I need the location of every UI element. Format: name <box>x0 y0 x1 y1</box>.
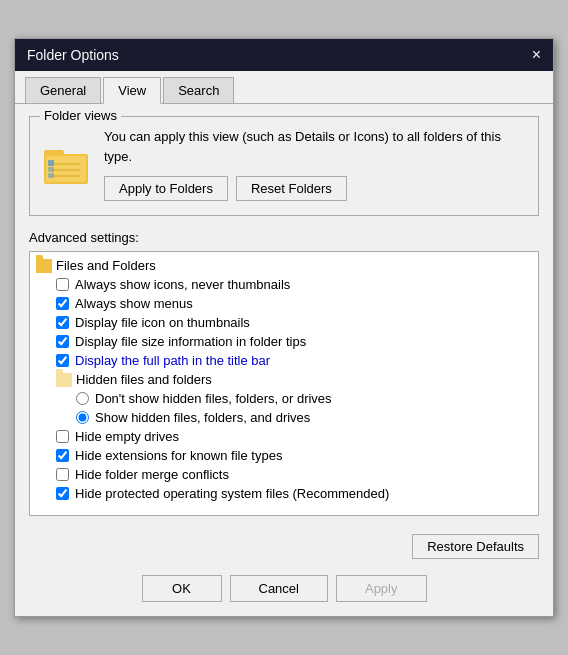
settings-box: Files and Folders Always show icons, nev… <box>29 251 539 516</box>
list-item: Display file size information in folder … <box>30 332 538 351</box>
list-item: Don't show hidden files, folders, or dri… <box>30 389 538 408</box>
files-and-folders-category: Files and Folders <box>30 256 538 275</box>
show-hidden-radio[interactable] <box>76 411 89 424</box>
hidden-files-category-item: Hidden files and folders <box>30 370 538 389</box>
list-item: Hide extensions for known file types <box>30 446 538 465</box>
list-item: Display the full path in the title bar <box>30 351 538 370</box>
folder-views-description: You can apply this view (such as Details… <box>104 127 526 166</box>
full-path-title-label: Display the full path in the title bar <box>75 353 270 368</box>
folder-views-content: You can apply this view (such as Details… <box>42 127 526 201</box>
hide-extensions-checkbox[interactable] <box>56 449 69 462</box>
hide-empty-drives-checkbox[interactable] <box>56 430 69 443</box>
hide-folder-merge-label: Hide folder merge conflicts <box>75 467 229 482</box>
folder-views-group: Folder views <box>29 116 539 216</box>
hide-extensions-label: Hide extensions for known file types <box>75 448 282 463</box>
tab-view[interactable]: View <box>103 77 161 104</box>
tab-bar: General View Search <box>15 71 553 104</box>
ok-button[interactable]: OK <box>142 575 222 602</box>
footer-buttons: OK Cancel Apply <box>15 565 553 616</box>
dont-show-hidden-radio[interactable] <box>76 392 89 405</box>
show-hidden-label: Show hidden files, folders, and drives <box>95 410 310 425</box>
file-size-tips-label: Display file size information in folder … <box>75 334 306 349</box>
tab-search[interactable]: Search <box>163 77 234 103</box>
tab-general[interactable]: General <box>25 77 101 103</box>
always-icons-checkbox[interactable] <box>56 278 69 291</box>
list-item: Show hidden files, folders, and drives <box>30 408 538 427</box>
bottom-section: Restore Defaults <box>15 528 553 565</box>
dont-show-hidden-label: Don't show hidden files, folders, or dri… <box>95 391 332 406</box>
svg-rect-6 <box>48 160 54 166</box>
advanced-settings-label: Advanced settings: <box>29 230 539 245</box>
hide-folder-merge-checkbox[interactable] <box>56 468 69 481</box>
list-item: Hide empty drives <box>30 427 538 446</box>
folder-views-right: You can apply this view (such as Details… <box>104 127 526 201</box>
files-and-folders-label: Files and Folders <box>56 258 156 273</box>
folder-views-buttons: Apply to Folders Reset Folders <box>104 176 526 201</box>
tab-content: Folder views <box>15 104 553 528</box>
file-size-tips-checkbox[interactable] <box>56 335 69 348</box>
always-icons-label: Always show icons, never thumbnails <box>75 277 290 292</box>
svg-rect-8 <box>48 173 54 178</box>
folder-mini-icon <box>36 259 52 273</box>
apply-button[interactable]: Apply <box>336 575 427 602</box>
file-icon-thumbnails-label: Display file icon on thumbnails <box>75 315 250 330</box>
list-item: Hide folder merge conflicts <box>30 465 538 484</box>
full-path-title-checkbox[interactable] <box>56 354 69 367</box>
restore-defaults-button[interactable]: Restore Defaults <box>412 534 539 559</box>
list-item: Always show menus <box>30 294 538 313</box>
list-item: Hide protected operating system files (R… <box>30 484 538 503</box>
folder-views-group-label: Folder views <box>40 108 121 123</box>
hidden-files-label: Hidden files and folders <box>76 372 212 387</box>
hidden-folder-mini-icon <box>56 373 72 387</box>
title-bar: Folder Options × <box>15 39 553 71</box>
always-menus-label: Always show menus <box>75 296 193 311</box>
apply-to-folders-button[interactable]: Apply to Folders <box>104 176 228 201</box>
hide-empty-drives-label: Hide empty drives <box>75 429 179 444</box>
hide-protected-label: Hide protected operating system files (R… <box>75 486 389 501</box>
hide-protected-checkbox[interactable] <box>56 487 69 500</box>
cancel-button[interactable]: Cancel <box>230 575 328 602</box>
folder-icon <box>42 140 90 188</box>
list-item: Display file icon on thumbnails <box>30 313 538 332</box>
settings-list[interactable]: Files and Folders Always show icons, nev… <box>30 252 538 515</box>
reset-folders-button[interactable]: Reset Folders <box>236 176 347 201</box>
always-menus-checkbox[interactable] <box>56 297 69 310</box>
file-icon-thumbnails-checkbox[interactable] <box>56 316 69 329</box>
list-item: Always show icons, never thumbnails <box>30 275 538 294</box>
svg-rect-7 <box>48 167 54 172</box>
dialog-title: Folder Options <box>27 47 119 63</box>
folder-options-dialog: Folder Options × General View Search Fol… <box>14 38 554 617</box>
close-button[interactable]: × <box>532 47 541 63</box>
